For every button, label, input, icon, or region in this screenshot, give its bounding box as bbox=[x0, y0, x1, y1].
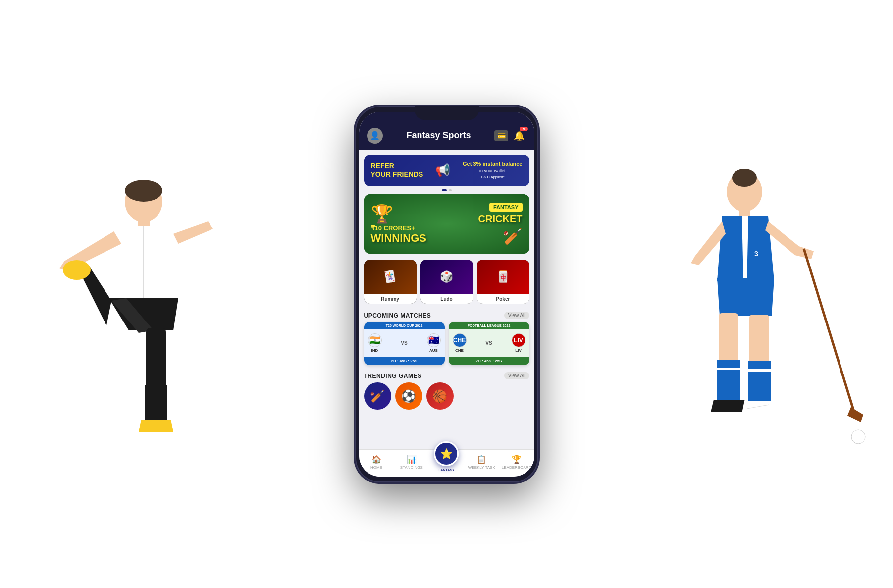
promo-text: Get 3% instant balance in your wallet T … bbox=[463, 160, 522, 181]
trophy-icon: 🏆 bbox=[371, 204, 426, 224]
vs-football: VS bbox=[485, 340, 492, 346]
flag-india: 🇮🇳 bbox=[368, 333, 382, 347]
home-icon: 🏠 bbox=[371, 455, 381, 464]
nav-fantasy-center[interactable]: ⭐ FANTASY bbox=[429, 441, 464, 472]
svg-rect-4 bbox=[145, 385, 167, 425]
phone-device: 👤 Fantasy Sports 💳 🔔 +99 bbox=[355, 106, 538, 482]
rummy-thumbnail: 🃏 bbox=[364, 260, 417, 294]
team-aus: 🇦🇺 AUS bbox=[427, 333, 441, 353]
game-card-rummy[interactable]: 🃏 Rummy bbox=[364, 260, 417, 304]
trending-item-2[interactable]: ⚽ bbox=[395, 382, 422, 410]
nav-standings[interactable]: 📊 STANDINGS bbox=[394, 455, 429, 470]
bottom-navigation: 🏠 HOME 📊 STANDINGS ⭐ FANTASY 📋 WEEKLY TA… bbox=[359, 449, 534, 477]
winnings-text: WINNINGS bbox=[371, 232, 426, 245]
games-section: 🃏 Rummy 🎲 Ludo 🀄 Poker bbox=[359, 258, 534, 308]
trending-title: TRENDING GAMES bbox=[364, 373, 422, 379]
trending-row: 🏏 ⚽ 🏀 bbox=[359, 382, 534, 415]
phone-content: REFER YOUR FRIENDS 📢 Get 3% instant bala… bbox=[359, 150, 534, 452]
team-che: CHE CHE bbox=[453, 333, 467, 353]
trending-header: TRENDING GAMES View All bbox=[359, 370, 534, 382]
team-liv: LIV LIV bbox=[512, 333, 525, 353]
notification-button[interactable]: 🔔 +99 bbox=[512, 129, 526, 143]
winnings-amount: ₹10 CRORES+ bbox=[371, 224, 426, 232]
upcoming-header: UPCOMING MATCHES View All bbox=[359, 308, 534, 322]
fantasy-center-icon: ⭐ bbox=[440, 448, 453, 460]
match-time-cricket: 2H : 45S : 25S bbox=[364, 357, 445, 365]
weekly-task-icon: 📋 bbox=[476, 455, 486, 464]
game-card-ludo[interactable]: 🎲 Ludo bbox=[420, 260, 473, 304]
refer-banner[interactable]: REFER YOUR FRIENDS 📢 Get 3% instant bala… bbox=[364, 155, 529, 187]
soccer-player bbox=[0, 142, 248, 588]
cricket-right: FANTASY CRICKET 🏏 bbox=[478, 202, 523, 246]
poker-thumbnail: 🀄 bbox=[477, 260, 529, 294]
upcoming-title: UPCOMING MATCHES bbox=[364, 312, 431, 319]
svg-point-7 bbox=[732, 169, 757, 187]
upcoming-view-all[interactable]: View All bbox=[504, 312, 529, 319]
vs-cricket: VS bbox=[401, 340, 407, 346]
rummy-name: Rummy bbox=[364, 294, 417, 304]
cricket-title: CRICKET bbox=[478, 214, 523, 225]
cricket-icon: 🏏 bbox=[478, 227, 523, 246]
refer-text: REFER YOUR FRIENDS bbox=[371, 162, 423, 179]
matches-row: T20 WORLD CUP 2022 🇮🇳 IND VS 🇦🇺 AUS bbox=[359, 322, 534, 370]
nav-weekly-label: WEEKLY TASK bbox=[468, 465, 495, 470]
svg-point-1 bbox=[125, 180, 162, 202]
phone-notch bbox=[415, 106, 479, 120]
flag-chelsea: CHE bbox=[453, 333, 467, 347]
header-actions: 💳 🔔 +99 bbox=[494, 129, 526, 143]
nav-leaderboard[interactable]: 🏆 LEADERBOARD bbox=[499, 455, 534, 470]
ludo-icon: 🎲 bbox=[440, 270, 453, 283]
flag-liverpool: LIV bbox=[512, 333, 525, 347]
leaderboard-icon: 🏆 bbox=[512, 455, 522, 464]
match-time-football: 2H : 45S : 25S bbox=[449, 357, 529, 365]
wallet-button[interactable]: 💳 bbox=[494, 130, 508, 141]
cricket-banner[interactable]: 🏆 ₹10 CRORES+ WINNINGS FANTASY CRICKET 🏏 bbox=[364, 194, 529, 254]
user-avatar[interactable]: 👤 bbox=[367, 128, 383, 144]
nav-home[interactable]: 🏠 HOME bbox=[359, 455, 394, 470]
svg-point-18 bbox=[851, 430, 865, 444]
bell-icon: 🔔 bbox=[514, 130, 525, 141]
nav-leaderboard-label: LEADERBOARD bbox=[502, 465, 531, 470]
poker-name: Poker bbox=[477, 294, 529, 304]
match-body-football: CHE CHE VS LIV LIV bbox=[449, 329, 529, 357]
ludo-name: Ludo bbox=[420, 294, 473, 304]
trending-item-3[interactable]: 🏀 bbox=[426, 382, 454, 410]
match-card-football[interactable]: FOOTBALL LEAGUE 2022 CHE CHE VS LIV LIV bbox=[449, 322, 529, 365]
svg-point-5 bbox=[63, 260, 91, 280]
rummy-icon: 🃏 bbox=[382, 269, 398, 284]
megaphone-icon: 📢 bbox=[435, 163, 450, 177]
poker-icon: 🀄 bbox=[496, 270, 510, 283]
svg-line-11 bbox=[804, 249, 853, 410]
svg-rect-13 bbox=[717, 360, 740, 405]
nav-home-label: HOME bbox=[370, 465, 382, 470]
trending-item-1[interactable]: 🏏 bbox=[364, 382, 391, 410]
dot-1 bbox=[442, 189, 447, 191]
flag-aus: 🇦🇺 bbox=[427, 333, 441, 347]
hockey-player: 3 bbox=[645, 142, 883, 588]
match-body-cricket: 🇮🇳 IND VS 🇦🇺 AUS bbox=[364, 329, 445, 357]
match-card-cricket[interactable]: T20 WORLD CUP 2022 🇮🇳 IND VS 🇦🇺 AUS bbox=[364, 322, 445, 365]
fantasy-center-button[interactable]: ⭐ bbox=[434, 441, 459, 466]
dot-2 bbox=[449, 189, 452, 191]
team-ind: 🇮🇳 IND bbox=[368, 333, 382, 353]
nav-weekly-task[interactable]: 📋 WEEKLY TASK bbox=[464, 455, 499, 470]
phone-screen: 👤 Fantasy Sports 💳 🔔 +99 bbox=[359, 112, 534, 477]
nav-fantasy-label: FANTASY bbox=[438, 468, 454, 472]
trending-view-all[interactable]: View All bbox=[504, 372, 529, 379]
game-card-poker[interactable]: 🀄 Poker bbox=[477, 260, 529, 304]
standings-icon: 📊 bbox=[407, 455, 417, 464]
match-tournament-football: FOOTBALL LEAGUE 2022 bbox=[449, 322, 529, 329]
svg-rect-16 bbox=[717, 368, 740, 370]
scene: 👤 Fantasy Sports 💳 🔔 +99 bbox=[0, 0, 893, 588]
cricket-left: 🏆 ₹10 CRORES+ WINNINGS bbox=[371, 204, 426, 245]
nav-standings-label: STANDINGS bbox=[400, 465, 423, 470]
wallet-icon: 💳 bbox=[497, 132, 506, 140]
fantasy-label: FANTASY bbox=[489, 203, 523, 212]
svg-rect-17 bbox=[748, 369, 771, 372]
team-name-liv: LIV bbox=[515, 348, 521, 353]
svg-rect-15 bbox=[748, 361, 771, 406]
avatar-icon: 👤 bbox=[370, 131, 380, 140]
match-tournament-cricket: T20 WORLD CUP 2022 bbox=[364, 322, 445, 329]
team-name-ind: IND bbox=[371, 348, 378, 353]
ludo-thumbnail: 🎲 bbox=[420, 260, 473, 294]
